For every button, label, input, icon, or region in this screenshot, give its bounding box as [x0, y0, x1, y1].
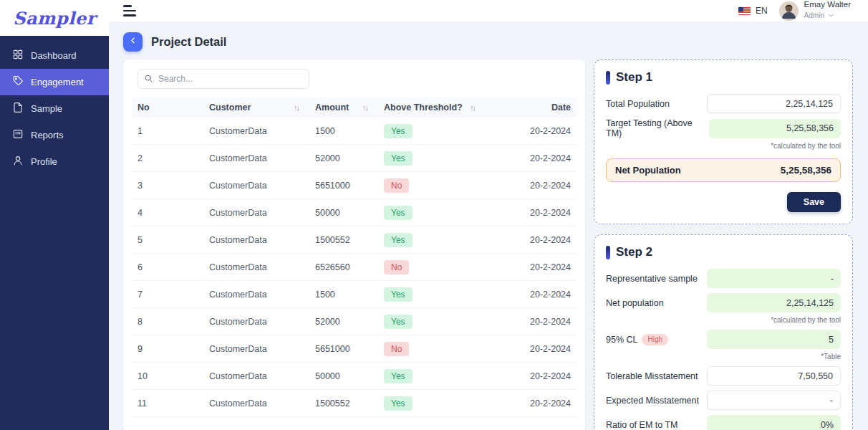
- row-amount: 5651000: [315, 344, 362, 354]
- net-population-value: 5,25,58,356: [781, 165, 831, 176]
- row-date: 20-2-2024: [491, 398, 571, 408]
- row-amount: 1500552: [315, 398, 362, 408]
- threshold-badge: Yes: [384, 369, 413, 383]
- save-button[interactable]: Save: [787, 192, 841, 212]
- language-selector[interactable]: EN: [738, 6, 768, 16]
- table-row: 5 CustomerData 1500552 Yes 20-2-2024: [132, 226, 577, 254]
- step-marker: [606, 246, 610, 259]
- sort-icon[interactable]: ↑↓: [362, 103, 384, 112]
- table-row: 6 CustomerData 6526560 No 20-2-2024: [132, 254, 577, 281]
- step1-card: Step 1 Total Population Target Testing (…: [594, 59, 853, 224]
- tolerable-misstatement-input[interactable]: [707, 366, 841, 386]
- net-population-label: Net population: [606, 298, 664, 308]
- row-date: 20-2-2024: [491, 262, 571, 272]
- profile-icon: [12, 155, 24, 168]
- calculated-note: *calculated by the tool: [606, 142, 841, 150]
- row-customer: CustomerData: [209, 126, 294, 136]
- sidebar-nav: Dashboard Engagement Sample Reports Prof…: [0, 36, 109, 430]
- row-no: 2: [138, 153, 209, 163]
- row-date: 20-2-2024: [491, 290, 571, 300]
- row-customer: CustomerData: [209, 290, 294, 300]
- topbar: EN Emay Walter Admin: [109, 0, 868, 22]
- sidebar-item-profile[interactable]: Profile: [0, 148, 109, 175]
- row-no: 8: [138, 317, 209, 327]
- row-amount: 50000: [315, 371, 362, 381]
- calculated-note: *calculated by the tool: [606, 316, 841, 324]
- table-row: 7 CustomerData 1500 Yes 20-2-2024: [132, 281, 577, 308]
- back-button[interactable]: [123, 32, 143, 52]
- net-population-label: Net Population: [615, 165, 681, 176]
- cl-value: 5: [707, 330, 841, 349]
- row-no: 1: [138, 126, 209, 136]
- table-row: 2 CustomerData 52000 Yes 20-2-2024: [132, 145, 577, 172]
- table-card: No Customer ↑↓ Amount ↑↓ Above Threshold…: [123, 59, 585, 430]
- target-testing-label: Target Testing (Above TM): [606, 118, 709, 138]
- page-title: Project Detail: [151, 35, 226, 49]
- engagement-icon: [12, 75, 24, 89]
- row-no: 10: [138, 371, 209, 381]
- row-no: 9: [138, 344, 209, 354]
- row-date: 20-2-2024: [491, 153, 571, 163]
- row-no: 6: [138, 262, 209, 272]
- us-flag-icon: [738, 7, 751, 15]
- row-date: 20-2-2024: [491, 235, 571, 245]
- sidebar-item-sample[interactable]: Sample: [0, 95, 109, 122]
- net-population-value: 2,25,14,125: [707, 293, 841, 312]
- threshold-badge: Yes: [384, 287, 413, 302]
- column-header-date: Date: [491, 102, 571, 113]
- row-amount: 1500: [315, 290, 362, 300]
- sidebar: Sampler Dashboard Engagement Sample Repo…: [0, 0, 109, 430]
- sidebar-item-label: Sample: [31, 103, 62, 114]
- reports-icon: [12, 128, 24, 142]
- cl-label: 95% CL: [606, 335, 637, 345]
- table-row: 11 CustomerData 1500552 Yes 20-2-2024: [132, 390, 577, 417]
- sidebar-item-reports[interactable]: Reports: [0, 122, 109, 148]
- step2-title: Step 2: [616, 245, 652, 259]
- ratio-em-tm-value: 0%: [707, 415, 841, 430]
- column-header-customer: Customer: [209, 102, 294, 113]
- row-customer: CustomerData: [209, 153, 294, 163]
- table-row: 10 CustomerData 50000 Yes 20-2-2024: [132, 363, 577, 390]
- tolerable-misstatement-label: Tolerable Misstatement: [606, 371, 698, 381]
- step2-card: Step 2 Representative sample - Net popul…: [594, 234, 853, 430]
- total-population-label: Total Population: [606, 99, 670, 109]
- menu-toggle-icon[interactable]: [123, 5, 136, 16]
- row-amount: 5651000: [315, 181, 362, 191]
- threshold-badge: Yes: [384, 124, 413, 138]
- dashboard-icon: [12, 49, 24, 62]
- row-date: 20-2-2024: [491, 181, 571, 191]
- row-date: 20-2-2024: [491, 371, 571, 381]
- row-date: 20-2-2024: [491, 208, 571, 218]
- sidebar-item-dashboard[interactable]: Dashboard: [0, 42, 109, 69]
- sort-icon[interactable]: ↑↓: [294, 103, 315, 112]
- chevron-down-icon: [828, 9, 834, 22]
- target-testing-value: 5,25,58,356: [709, 119, 841, 138]
- user-menu[interactable]: Emay Walter Admin: [779, 0, 851, 22]
- sidebar-item-engagement[interactable]: Engagement: [0, 69, 109, 95]
- total-population-input[interactable]: [707, 94, 841, 113]
- row-customer: CustomerData: [209, 181, 294, 191]
- threshold-badge: Yes: [384, 151, 413, 166]
- table-body: 1 CustomerData 1500 Yes 20-2-2024 2 Cust…: [132, 118, 577, 417]
- net-population-box: Net Population 5,25,58,356: [606, 158, 841, 182]
- row-customer: CustomerData: [209, 235, 294, 245]
- row-no: 4: [138, 208, 209, 218]
- step-marker: [606, 71, 610, 85]
- search-input[interactable]: [138, 69, 309, 89]
- row-amount: 1500: [315, 126, 362, 136]
- threshold-badge: No: [384, 260, 409, 274]
- row-no: 11: [138, 398, 209, 408]
- logo: Sampler: [0, 0, 109, 36]
- threshold-badge: No: [384, 342, 409, 356]
- row-date: 20-2-2024: [491, 126, 571, 136]
- expected-misstatement-input[interactable]: [707, 391, 841, 410]
- representative-sample-label: Representative sample: [606, 274, 698, 284]
- row-no: 5: [138, 235, 209, 245]
- threshold-badge: No: [384, 178, 409, 193]
- sort-icon[interactable]: ↑↓: [470, 103, 491, 112]
- row-amount: 52000: [315, 153, 362, 163]
- row-customer: CustomerData: [209, 208, 294, 218]
- row-no: 3: [138, 181, 209, 191]
- table-row: 3 CustomerData 5651000 No 20-2-2024: [132, 172, 577, 199]
- row-date: 20-2-2024: [491, 344, 571, 354]
